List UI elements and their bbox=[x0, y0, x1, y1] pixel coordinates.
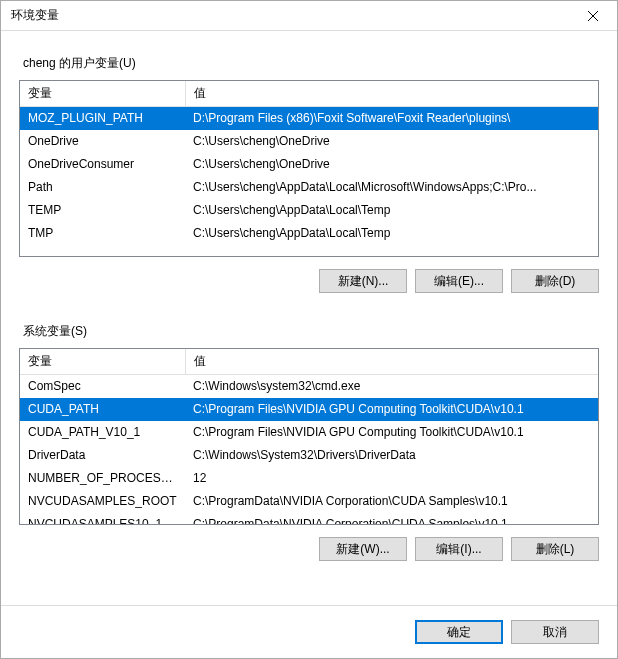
user-vars-scroll[interactable]: 变量 值 MOZ_PLUGIN_PATHD:\Program Files (x8… bbox=[20, 81, 598, 256]
user-vars-table-wrap: 变量 值 MOZ_PLUGIN_PATHD:\Program Files (x8… bbox=[19, 80, 599, 257]
window-title: 环境变量 bbox=[11, 7, 570, 24]
table-row[interactable]: CUDA_PATHC:\Program Files\NVIDIA GPU Com… bbox=[20, 398, 598, 421]
cancel-button[interactable]: 取消 bbox=[511, 620, 599, 644]
table-row[interactable]: TEMPC:\Users\cheng\AppData\Local\Temp bbox=[20, 199, 598, 222]
var-name-cell: CUDA_PATH_V10_1 bbox=[20, 421, 185, 444]
close-button[interactable] bbox=[570, 2, 615, 30]
system-vars-table[interactable]: 变量 值 ComSpecC:\Windows\system32\cmd.exeC… bbox=[20, 349, 598, 524]
table-row[interactable]: NUMBER_OF_PROCESSORS12 bbox=[20, 467, 598, 490]
var-name-cell: NUMBER_OF_PROCESSORS bbox=[20, 467, 185, 490]
col-header-val[interactable]: 值 bbox=[185, 81, 598, 107]
close-icon bbox=[588, 11, 598, 21]
table-row[interactable]: DriverDataC:\Windows\System32\Drivers\Dr… bbox=[20, 444, 598, 467]
var-name-cell: TEMP bbox=[20, 199, 185, 222]
var-value-cell: C:\ProgramData\NVIDIA Corporation\CUDA S… bbox=[185, 490, 598, 513]
user-new-button[interactable]: 新建(N)... bbox=[319, 269, 407, 293]
var-name-cell: MOZ_PLUGIN_PATH bbox=[20, 107, 185, 131]
table-row[interactable]: TMPC:\Users\cheng\AppData\Local\Temp bbox=[20, 222, 598, 245]
user-vars-section: cheng 的用户变量(U) 变量 值 MOZ_PLUGIN_PATHD:\Pr… bbox=[19, 41, 599, 301]
dialog-content: cheng 的用户变量(U) 变量 值 MOZ_PLUGIN_PATHD:\Pr… bbox=[1, 31, 617, 605]
user-vars-label: cheng 的用户变量(U) bbox=[23, 55, 599, 72]
var-name-cell: NVCUDASAMPLES_ROOT bbox=[20, 490, 185, 513]
var-name-cell: OneDrive bbox=[20, 130, 185, 153]
table-header-row: 变量 值 bbox=[20, 349, 598, 375]
var-value-cell: C:\Windows\System32\Drivers\DriverData bbox=[185, 444, 598, 467]
system-vars-buttons: 新建(W)... 编辑(I)... 删除(L) bbox=[19, 525, 599, 569]
var-value-cell: C:\ProgramData\NVIDIA Corporation\CUDA S… bbox=[185, 513, 598, 524]
system-vars-label: 系统变量(S) bbox=[23, 323, 599, 340]
table-row[interactable]: PathC:\Users\cheng\AppData\Local\Microso… bbox=[20, 176, 598, 199]
var-value-cell: C:\Users\cheng\AppData\Local\Temp bbox=[185, 199, 598, 222]
user-edit-button[interactable]: 编辑(E)... bbox=[415, 269, 503, 293]
titlebar: 环境变量 bbox=[1, 1, 617, 31]
ok-button[interactable]: 确定 bbox=[415, 620, 503, 644]
var-value-cell: 12 bbox=[185, 467, 598, 490]
var-value-cell: C:\Program Files\NVIDIA GPU Computing To… bbox=[185, 421, 598, 444]
system-vars-table-wrap: 变量 值 ComSpecC:\Windows\system32\cmd.exeC… bbox=[19, 348, 599, 525]
var-value-cell: C:\Windows\system32\cmd.exe bbox=[185, 375, 598, 399]
system-vars-scroll[interactable]: 变量 值 ComSpecC:\Windows\system32\cmd.exeC… bbox=[20, 349, 598, 524]
var-value-cell: C:\Users\cheng\OneDrive bbox=[185, 153, 598, 176]
var-value-cell: C:\Program Files\NVIDIA GPU Computing To… bbox=[185, 398, 598, 421]
system-vars-section: 系统变量(S) 变量 值 ComSpecC:\Windows\system32\… bbox=[19, 309, 599, 569]
table-row[interactable]: NVCUDASAMPLES_ROOTC:\ProgramData\NVIDIA … bbox=[20, 490, 598, 513]
col-header-var[interactable]: 变量 bbox=[20, 349, 185, 375]
env-vars-dialog: 环境变量 cheng 的用户变量(U) 变量 值 bbox=[0, 0, 618, 659]
var-value-cell: C:\Users\cheng\AppData\Local\Temp bbox=[185, 222, 598, 245]
system-delete-button[interactable]: 删除(L) bbox=[511, 537, 599, 561]
col-header-val[interactable]: 值 bbox=[185, 349, 598, 375]
col-header-var[interactable]: 变量 bbox=[20, 81, 185, 107]
var-name-cell: CUDA_PATH bbox=[20, 398, 185, 421]
user-delete-button[interactable]: 删除(D) bbox=[511, 269, 599, 293]
table-row[interactable]: CUDA_PATH_V10_1C:\Program Files\NVIDIA G… bbox=[20, 421, 598, 444]
table-row[interactable]: MOZ_PLUGIN_PATHD:\Program Files (x86)\Fo… bbox=[20, 107, 598, 131]
var-name-cell: Path bbox=[20, 176, 185, 199]
dialog-footer: 确定 取消 bbox=[1, 605, 617, 658]
table-row[interactable]: OneDriveConsumerC:\Users\cheng\OneDrive bbox=[20, 153, 598, 176]
table-header-row: 变量 值 bbox=[20, 81, 598, 107]
system-edit-button[interactable]: 编辑(I)... bbox=[415, 537, 503, 561]
user-vars-table[interactable]: 变量 值 MOZ_PLUGIN_PATHD:\Program Files (x8… bbox=[20, 81, 598, 245]
table-row[interactable]: ComSpecC:\Windows\system32\cmd.exe bbox=[20, 375, 598, 399]
user-vars-buttons: 新建(N)... 编辑(E)... 删除(D) bbox=[19, 257, 599, 301]
var-name-cell: ComSpec bbox=[20, 375, 185, 399]
var-name-cell: OneDriveConsumer bbox=[20, 153, 185, 176]
var-value-cell: C:\Users\cheng\OneDrive bbox=[185, 130, 598, 153]
var-value-cell: C:\Users\cheng\AppData\Local\Microsoft\W… bbox=[185, 176, 598, 199]
system-new-button[interactable]: 新建(W)... bbox=[319, 537, 407, 561]
table-row[interactable]: OneDriveC:\Users\cheng\OneDrive bbox=[20, 130, 598, 153]
var-value-cell: D:\Program Files (x86)\Foxit Software\Fo… bbox=[185, 107, 598, 131]
var-name-cell: TMP bbox=[20, 222, 185, 245]
var-name-cell: NVCUDASAMPLES10_1_R... bbox=[20, 513, 185, 524]
table-row[interactable]: NVCUDASAMPLES10_1_R...C:\ProgramData\NVI… bbox=[20, 513, 598, 524]
var-name-cell: DriverData bbox=[20, 444, 185, 467]
